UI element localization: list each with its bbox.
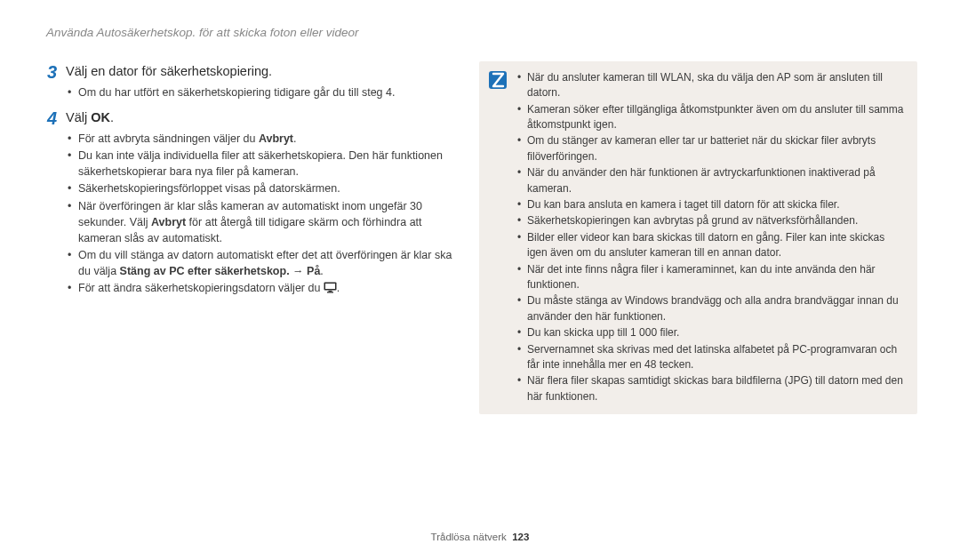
text-bold: Avbryt [151,216,186,228]
step-3-bullets: Om du har utfört en säkerhetskopiering t… [43,84,460,100]
note-icon [488,70,508,90]
page: Använda Autosäkerhetskop. för att skicka… [0,0,960,560]
step-4-bullets: För att avbryta sändningen väljer du Avb… [43,131,460,296]
text: För att ändra säkerhetskopieringsdatorn … [78,282,324,294]
list-item: Kameran söker efter tillgängliga åtkomst… [527,102,905,133]
footer: Trådlösa nätverk 123 [0,530,960,544]
text: . [293,132,296,145]
svg-rect-1 [325,284,335,289]
list-item: Du kan skicka upp till 1 000 filer. [527,325,905,340]
list-item: När överföringen är klar slås kameran av… [78,198,460,246]
list-item: När du ansluter kameran till WLAN, ska d… [527,70,905,101]
text: . [110,110,114,124]
monitor-icon [324,282,337,293]
list-item: Om du vill stänga av datorn automatiskt … [78,247,460,279]
list-item: När flera filer skapas samtidigt skickas… [527,373,905,404]
text-bold: OK [91,110,110,124]
list-item: När det inte finns några filer i kameram… [527,262,905,293]
step-3: 3 Välj en dator för säkerhetskopiering. [43,61,460,83]
list-item: Du kan inte välja individuella filer att… [78,148,460,180]
list-item: När du använder den här funktionen är av… [527,165,905,196]
list-item: För att ändra säkerhetskopieringsdatorn … [78,280,460,296]
text: . [320,265,323,277]
svg-rect-3 [327,292,333,292]
text: Välj [66,110,91,124]
step-4: 4 Välj OK. [43,108,460,129]
text: . [337,282,340,294]
content-row: 3 Välj en dator för säkerhetskopiering. … [43,61,917,414]
svg-rect-2 [328,291,332,292]
step-number: 3 [43,61,57,83]
step-text: Välj en dator för säkerhetskopiering. [66,61,272,83]
page-title: Använda Autosäkerhetskop. för att skicka… [46,25,917,42]
text: För att avbryta sändningen väljer du [78,132,259,145]
text-bold: På [307,265,320,277]
footer-section: Trådlösa nätverk [431,532,507,542]
text-bold: Stäng av PC efter säkerhetskop. [120,265,290,277]
list-item: Om du har utfört en säkerhetskopiering t… [78,84,460,100]
list-item: Säkerhetskopieringen kan avbrytas på gru… [527,213,905,228]
list-item: Servernamnet ska skrivas med det latinsk… [527,342,905,373]
list-item: Du kan bara ansluta en kamera i taget ti… [527,197,905,212]
step-text: Välj OK. [66,108,114,129]
page-number: 123 [512,532,529,542]
arrow-icon: → [290,265,307,277]
list-item: Säkerhetskopieringsförloppet visas på da… [78,180,460,196]
list-item: Om du stänger av kameran eller tar ur ba… [527,133,905,164]
list-item: Du måste stänga av Windows brandvägg och… [527,293,905,324]
note-box: När du ansluter kameran till WLAN, ska d… [479,61,917,414]
list-item: För att avbryta sändningen väljer du Avb… [78,131,460,147]
list-item: Bilder eller videor kan bara skickas til… [527,230,905,261]
text-bold: Avbryt [259,132,293,145]
note-bullets: När du ansluter kameran till WLAN, ska d… [516,70,905,405]
left-column: 3 Välj en dator för säkerhetskopiering. … [43,61,460,414]
step-number: 4 [43,108,57,129]
